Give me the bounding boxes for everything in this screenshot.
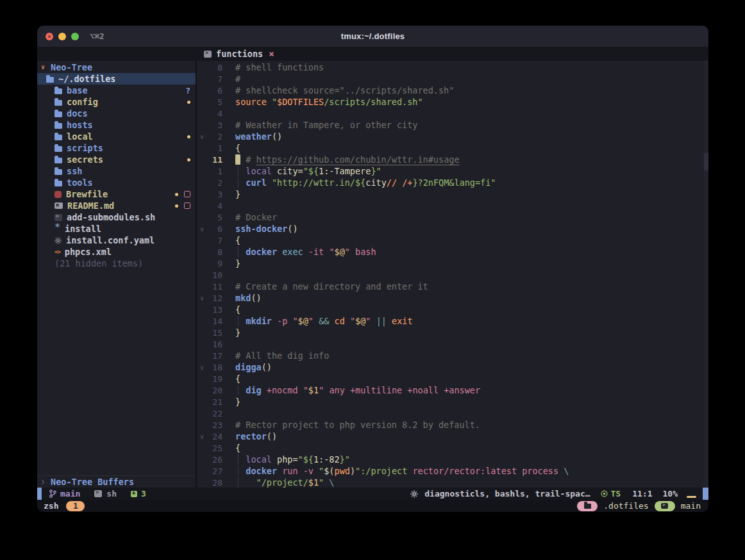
- code-line: 9}: [197, 258, 708, 269]
- code-token: {: [235, 304, 240, 315]
- code-token: city=: [272, 166, 303, 176]
- line-text: │ docker run -v "$(pwd)":/project rector…: [222, 466, 569, 476]
- tmux-right: .dotfiles main: [577, 501, 708, 511]
- code-token: ssh-docker: [235, 224, 287, 234]
- code-token: "/project/: [246, 477, 308, 488]
- line-text: # Create a new directory and enter it: [222, 281, 428, 292]
- line-number: 4: [207, 201, 222, 211]
- indent-guide: │: [235, 466, 240, 476]
- line-text: │ "/project/$1" \: [222, 477, 335, 488]
- tmux-window-index-badge[interactable]: 1: [66, 501, 85, 511]
- sidebar-item-base[interactable]: base?: [37, 85, 196, 96]
- sidebar-item--.dotfiles[interactable]: ~/.dotfiles: [37, 73, 196, 85]
- line-number: 11: [207, 282, 222, 292]
- sidebar-item-config[interactable]: config: [37, 96, 196, 108]
- sidebar-item-docs[interactable]: docs: [37, 108, 196, 119]
- markdown-icon: [54, 202, 63, 209]
- sidebar-item-readme.md[interactable]: README.md: [37, 200, 196, 211]
- tab-close-icon[interactable]: ×: [269, 49, 274, 59]
- line-text: {: [222, 304, 240, 315]
- lsp-gear-icon: [410, 490, 418, 498]
- sidebar-item-label: add-submodules.sh: [67, 212, 155, 222]
- line-number: 4: [207, 109, 222, 119]
- code-line: 13{: [197, 304, 708, 315]
- code-token: 1:-82: [314, 454, 340, 465]
- line-number: 3: [207, 120, 222, 130]
- scroll-percent: 10%: [663, 489, 678, 498]
- sidebar-item-ssh[interactable]: ssh: [37, 165, 196, 177]
- folder-icon: [54, 135, 62, 140]
- line-text: weather(): [222, 131, 282, 142]
- fold-chevron-icon[interactable]: ∨: [197, 226, 207, 233]
- code-token: {: [235, 443, 240, 453]
- tab-functions[interactable]: functions ×: [204, 49, 274, 59]
- scrollbar-thumb[interactable]: [704, 153, 708, 170]
- sidebar-item-add-submodules.sh[interactable]: add-submodules.sh: [37, 211, 196, 223]
- code-token: [262, 385, 267, 395]
- git-modified-dot-icon: [175, 204, 178, 208]
- git-modified-dot-icon: [187, 101, 190, 104]
- sidebar-item-label: local: [67, 131, 93, 142]
- code-token: \: [329, 477, 334, 488]
- code-token: (): [272, 131, 282, 142]
- sidebar-item-install.conf.yaml[interactable]: install.conf.yaml: [37, 235, 196, 246]
- code-editor[interactable]: 8# shell functions7#6# shellcheck source…: [197, 61, 708, 488]
- sidebar-item-hosts[interactable]: hosts: [37, 119, 196, 131]
- sidebar-item-local[interactable]: local: [37, 131, 196, 142]
- xml-icon: <>: [54, 249, 60, 255]
- code-token: ": [272, 97, 277, 107]
- sidebar-item-label: base: [67, 85, 88, 95]
- folder-icon: [54, 181, 62, 186]
- code-token: $(: [324, 466, 334, 476]
- indent-guide: │: [235, 477, 240, 488]
- code-line: 26│ local php="${1:-82}": [197, 454, 708, 465]
- tmux-session-dir: .dotfiles: [603, 501, 648, 511]
- macro-flag-indicator: [687, 496, 696, 498]
- line-text: # Weather in Tampere, or other city: [222, 120, 417, 130]
- close-window-button[interactable]: [46, 33, 53, 40]
- neo-tree-buffers-header[interactable]: ❯ Neo-Tree Buffers: [37, 475, 196, 488]
- sidebar-item-secrets[interactable]: secrets: [37, 154, 196, 165]
- code-token: [329, 316, 334, 326]
- code-token: ?2nFQM&lang=fi": [418, 177, 496, 188]
- code-line: 10: [197, 269, 708, 281]
- diff-added-count: 3: [141, 489, 146, 498]
- code-token: ": [345, 247, 350, 257]
- neo-tree-header[interactable]: ∨ Neo-Tree: [37, 62, 196, 73]
- code-line: 23# Rector project to php version 8.2 by…: [197, 419, 708, 431]
- fold-chevron-icon[interactable]: ∨: [197, 433, 207, 440]
- sidebar-item-brewfile[interactable]: Brewfile: [37, 188, 196, 200]
- code-token: #: [235, 74, 240, 84]
- code-token: -p: [277, 316, 287, 326]
- sidebar-item-scripts[interactable]: scripts: [37, 142, 196, 154]
- code-token: {: [235, 374, 240, 384]
- line-number: 25: [207, 443, 222, 453]
- fold-chevron-icon[interactable]: ∨: [197, 295, 207, 302]
- sidebar-item-phpcs.xml[interactable]: <>phpcs.xml: [37, 246, 196, 258]
- code-token: "${: [298, 454, 314, 465]
- code-token: // /+: [387, 177, 413, 188]
- fold-chevron-icon[interactable]: ∨: [197, 364, 207, 371]
- minimize-window-button[interactable]: [58, 33, 66, 40]
- code-token: ": [329, 247, 334, 257]
- code-token: ": [308, 316, 314, 326]
- code-token: (): [287, 224, 297, 234]
- zoom-window-button[interactable]: [71, 33, 79, 40]
- git-branch-label: main: [60, 489, 80, 498]
- chevron-right-icon: ❯: [41, 478, 45, 485]
- line-number: 7: [207, 236, 222, 245]
- line-number: 18: [207, 363, 222, 372]
- sidebar-item-label: config: [67, 97, 98, 107]
- fold-chevron-icon[interactable]: ∨: [197, 133, 207, 140]
- line-text: # https://github.com/chubin/wttr.in#usag…: [222, 154, 460, 165]
- scrollbar-track[interactable]: [704, 61, 708, 488]
- code-token: [314, 316, 319, 326]
- sidebar-item-label: scripts: [67, 143, 103, 153]
- line-text: # shell functions: [222, 62, 324, 72]
- sidebar-item-label: docs: [67, 108, 88, 119]
- sh-file-icon: [94, 490, 102, 497]
- code-line: 4: [197, 200, 708, 211]
- lsp-servers-label: diagnosticls, bashls, trail-spac…: [424, 489, 590, 498]
- sidebar-item-install[interactable]: *install: [37, 223, 196, 235]
- sidebar-item-tools[interactable]: tools: [37, 177, 196, 188]
